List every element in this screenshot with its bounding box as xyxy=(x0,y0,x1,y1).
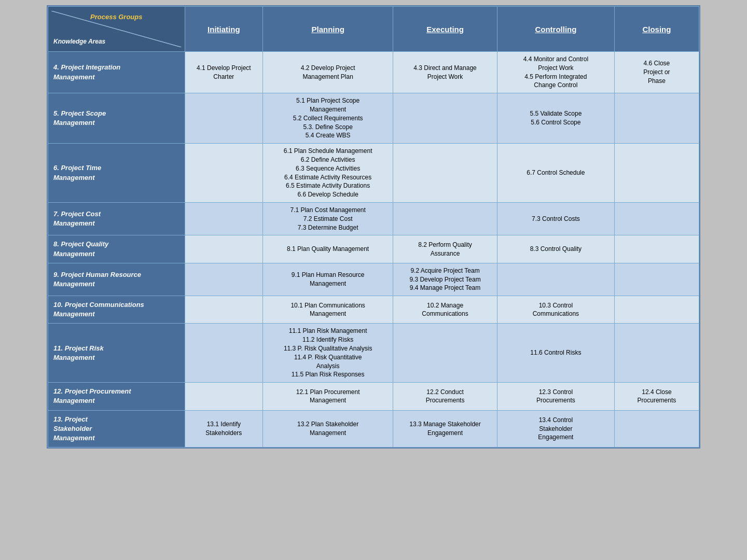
ka-cell-6: 10. Project CommunicationsManagement xyxy=(48,296,185,324)
ka-cell-1: 5. Project ScopeManagement xyxy=(48,93,185,144)
table-row: 7. Project CostManagement7.1 Plan Cost M… xyxy=(48,202,699,235)
cell-1-controlling: 5.5 Validate Scope5.6 Control Scope xyxy=(497,93,614,144)
cell-8-closing: 12.4 CloseProcurements xyxy=(614,383,699,410)
cell-7-planning: 11.1 Plan Risk Management11.2 Identify R… xyxy=(263,324,393,383)
cell-4-initiating xyxy=(185,235,263,263)
cell-6-closing xyxy=(614,296,699,324)
cell-3-planning: 7.1 Plan Cost Management7.2 Estimate Cos… xyxy=(263,202,393,235)
cell-2-closing xyxy=(614,144,699,203)
ka-cell-7: 11. Project RiskManagement xyxy=(48,324,185,383)
ka-cell-9: 13. ProjectStakeholderManagement xyxy=(48,410,185,447)
table-row: 9. Project Human ResourceManagement9.1 P… xyxy=(48,263,699,296)
cell-4-closing xyxy=(614,235,699,263)
cell-3-initiating xyxy=(185,202,263,235)
col-header-planning: Planning xyxy=(263,7,393,52)
cell-1-executing xyxy=(393,93,497,144)
cell-3-controlling: 7.3 Control Costs xyxy=(497,202,614,235)
table-row: 13. ProjectStakeholderManagement13.1 Ide… xyxy=(48,410,699,447)
ka-cell-2: 6. Project TimeManagement xyxy=(48,144,185,203)
cell-4-planning: 8.1 Plan Quality Management xyxy=(263,235,393,263)
table-row: 5. Project ScopeManagement5.1 Plan Proje… xyxy=(48,93,699,144)
table-row: 4. Project IntegrationManagement4.1 Deve… xyxy=(48,52,699,93)
cell-3-executing xyxy=(393,202,497,235)
ka-cell-0: 4. Project IntegrationManagement xyxy=(48,52,185,93)
cell-0-closing: 4.6 CloseProject orPhase xyxy=(614,52,699,93)
cell-1-initiating xyxy=(185,93,263,144)
col-header-closing: Closing xyxy=(614,7,699,52)
ka-cell-8: 12. Project ProcurementManagement xyxy=(48,383,185,410)
cell-2-executing xyxy=(393,144,497,203)
ka-cell-5: 9. Project Human ResourceManagement xyxy=(48,263,185,296)
cell-5-executing: 9.2 Acquire Project Team9.3 Develop Proj… xyxy=(393,263,497,296)
cell-6-initiating xyxy=(185,296,263,324)
ka-cell-3: 7. Project CostManagement xyxy=(48,202,185,235)
cell-2-initiating xyxy=(185,144,263,203)
cell-2-planning: 6.1 Plan Schedule Management6.2 Define A… xyxy=(263,144,393,203)
cell-6-executing: 10.2 ManageCommunications xyxy=(393,296,497,324)
cell-4-controlling: 8.3 Control Quality xyxy=(497,235,614,263)
pmbok-table: Process Groups Knowledge Areas Initiatin… xyxy=(47,5,700,449)
cell-1-planning: 5.1 Plan Project ScopeManagement5.2 Coll… xyxy=(263,93,393,144)
cell-9-controlling: 13.4 ControlStakeholderEngagement xyxy=(497,410,614,447)
table-row: 12. Project ProcurementManagement12.1 Pl… xyxy=(48,383,699,410)
ka-cell-4: 8. Project QualityManagement xyxy=(48,235,185,263)
cell-5-controlling xyxy=(497,263,614,296)
cell-9-initiating: 13.1 IdentifyStakeholders xyxy=(185,410,263,447)
table-row: 11. Project RiskManagement11.1 Plan Risk… xyxy=(48,324,699,383)
knowledge-areas-label: Knowledge Areas xyxy=(53,38,105,45)
col-header-initiating: Initiating xyxy=(185,7,263,52)
cell-8-initiating xyxy=(185,383,263,410)
cell-3-closing xyxy=(614,202,699,235)
table-row: 6. Project TimeManagement6.1 Plan Schedu… xyxy=(48,144,699,203)
cell-5-initiating xyxy=(185,263,263,296)
cell-6-planning: 10.1 Plan CommunicationsManagement xyxy=(263,296,393,324)
cell-6-controlling: 10.3 ControlCommunications xyxy=(497,296,614,324)
cell-4-executing: 8.2 Perform QualityAssurance xyxy=(393,235,497,263)
table-row: 8. Project QualityManagement8.1 Plan Qua… xyxy=(48,235,699,263)
cell-9-planning: 13.2 Plan StakeholderManagement xyxy=(263,410,393,447)
cell-9-executing: 13.3 Manage StakeholderEngagement xyxy=(393,410,497,447)
cell-7-controlling: 11.6 Control Risks xyxy=(497,324,614,383)
cell-8-planning: 12.1 Plan ProcurementManagement xyxy=(263,383,393,410)
header-ka-cell: Process Groups Knowledge Areas xyxy=(48,7,185,52)
cell-8-controlling: 12.3 ControlProcurements xyxy=(497,383,614,410)
col-header-controlling: Controlling xyxy=(497,7,614,52)
cell-2-controlling: 6.7 Control Schedule xyxy=(497,144,614,203)
col-header-executing: Executing xyxy=(393,7,497,52)
table-row: 10. Project CommunicationsManagement10.1… xyxy=(48,296,699,324)
cell-0-executing: 4.3 Direct and ManageProject Work xyxy=(393,52,497,93)
cell-0-controlling: 4.4 Monitor and ControlProject Work4.5 P… xyxy=(497,52,614,93)
cell-7-closing xyxy=(614,324,699,383)
cell-0-initiating: 4.1 Develop ProjectCharter xyxy=(185,52,263,93)
cell-5-closing xyxy=(614,263,699,296)
cell-7-initiating xyxy=(185,324,263,383)
cell-9-closing xyxy=(614,410,699,447)
cell-5-planning: 9.1 Plan Human ResourceManagement xyxy=(263,263,393,296)
cell-7-executing xyxy=(393,324,497,383)
cell-1-closing xyxy=(614,93,699,144)
cell-8-executing: 12.2 ConductProcurements xyxy=(393,383,497,410)
cell-0-planning: 4.2 Develop ProjectManagement Plan xyxy=(263,52,393,93)
